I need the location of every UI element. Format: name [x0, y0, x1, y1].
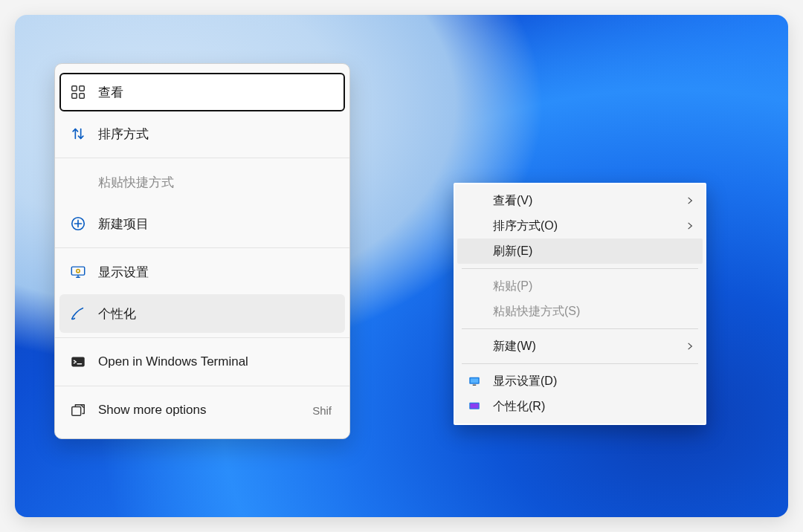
display-icon	[463, 374, 486, 388]
personalize-icon	[463, 400, 486, 413]
menu-item-label: 显示设置(D)	[486, 374, 682, 389]
menu-item-more-options[interactable]: Show more options Shif	[59, 391, 345, 429]
svg-rect-1	[80, 86, 84, 91]
menu-item-terminal[interactable]: Open in Windows Terminal	[59, 343, 345, 381]
menu-item-label: 粘贴快捷方式(S)	[486, 304, 682, 319]
menu-item-label: 粘贴(P)	[486, 279, 682, 294]
svg-rect-3	[80, 94, 84, 98]
menu-item-paste: 粘贴(P)	[457, 273, 703, 299]
menu-item-shortcut: Shif	[312, 404, 332, 417]
separator	[462, 328, 698, 329]
menu-item-view[interactable]: 查看(V)	[457, 188, 703, 213]
menu-item-sort[interactable]: 排序方式	[59, 114, 345, 153]
submenu-arrow-icon	[682, 341, 695, 351]
menu-item-refresh[interactable]: 刷新(E)	[457, 239, 703, 264]
plus-circle-icon	[70, 215, 86, 232]
menu-item-label: 刷新(E)	[486, 244, 682, 259]
menu-item-label: 排序方式(O)	[486, 218, 682, 234]
menu-item-view[interactable]: 查看	[59, 73, 345, 111]
menu-item-display-settings[interactable]: 显示设置(D)	[457, 369, 703, 394]
menu-item-display-settings[interactable]: 显示设置	[59, 253, 345, 291]
menu-item-personalize[interactable]: 个性化(R)	[457, 394, 703, 419]
menu-item-personalize[interactable]: 个性化	[59, 294, 345, 333]
svg-rect-2	[72, 94, 77, 98]
terminal-icon	[70, 354, 86, 370]
menu-item-paste-shortcut: 粘贴快捷方式(S)	[457, 299, 703, 324]
menu-item-paste-shortcut: 粘贴快捷方式	[59, 163, 345, 201]
menu-item-label: 新建(W)	[486, 339, 682, 354]
personalize-icon	[70, 305, 86, 322]
menu-item-label: 显示设置	[98, 264, 332, 281]
view-icon	[70, 84, 86, 100]
menu-item-label: 排序方式	[98, 126, 332, 143]
separator	[462, 268, 698, 269]
classic-context-menu: 查看(V) 排序方式(O) 刷新(E) 粘贴(P) 粘贴快捷方式(S)	[454, 183, 706, 425]
menu-item-label: Open in Windows Terminal	[98, 354, 332, 369]
menu-item-label: 个性化	[98, 305, 332, 322]
win11-context-menu: 查看 排序方式 粘贴快捷方式	[54, 63, 350, 439]
menu-item-new[interactable]: 新建项目	[59, 204, 345, 243]
sort-icon	[70, 126, 86, 142]
blank-icon	[70, 174, 86, 190]
menu-item-new[interactable]: 新建(W)	[457, 334, 703, 359]
menu-item-label: 粘贴快捷方式	[98, 174, 332, 191]
svg-rect-7	[71, 357, 84, 367]
svg-rect-13	[470, 403, 478, 409]
svg-rect-5	[71, 267, 84, 275]
more-options-icon	[70, 402, 86, 418]
svg-rect-10	[471, 378, 479, 383]
menu-item-label: Show more options	[98, 403, 300, 418]
svg-rect-0	[72, 86, 77, 91]
menu-item-label: 新建项目	[98, 215, 332, 233]
svg-rect-11	[473, 385, 477, 386]
display-settings-icon	[70, 264, 86, 280]
svg-rect-8	[72, 406, 81, 415]
menu-item-label: 查看(V)	[486, 193, 682, 209]
desktop-wallpaper: 查看 排序方式 粘贴快捷方式	[15, 15, 788, 517]
menu-item-label: 查看	[98, 84, 332, 101]
svg-point-6	[77, 269, 80, 272]
menu-item-sort[interactable]: 排序方式(O)	[457, 213, 703, 239]
submenu-arrow-icon	[682, 221, 695, 231]
menu-item-label: 个性化(R)	[486, 399, 682, 415]
separator	[462, 363, 698, 364]
submenu-arrow-icon	[682, 195, 695, 206]
